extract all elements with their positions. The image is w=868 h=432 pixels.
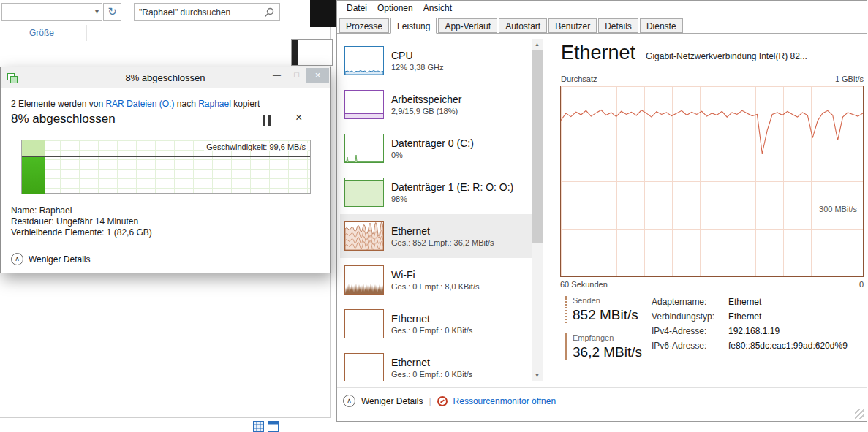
copy-speed-chart: Geschwindigkeit: 99,6 MB/s [21,140,311,194]
throughput-label: Durchsatz [561,75,597,83]
sidebar-item-subtitle: Ges.: 0 Empf.: 0 KBit/s [391,369,472,379]
property-row: Verbindungstyp: Ethernet [652,311,848,322]
tab-leistung[interactable]: Leistung [390,18,437,34]
minimize-button[interactable]: — [267,68,287,83]
send-stat: Senden 852 MBit/s [565,296,638,323]
address-combo-input[interactable] [4,5,88,19]
tab-prozesse[interactable]: Prozesse [339,18,389,33]
divider [1,246,330,246]
resource-monitor-link[interactable]: Ressourcenmonitor öffnen [453,396,556,406]
maximize-button[interactable]: □ [287,68,306,83]
sidebar-item-title: CPU [391,50,444,62]
sidebar-item-arbeitsspeicher[interactable]: Arbeitsspeicher 2,9/15,9 GB (18%) [340,83,532,126]
sidebar-item-ethernet-3[interactable]: Ethernet Ges.: 0 Empf.: 0 KBit/s [340,346,532,381]
resize-grip[interactable] [855,409,864,419]
tab-app-verlauf[interactable]: App-Verlauf [438,18,497,33]
network-throughput-chart: 300 MBit/s [560,86,864,277]
chevron-up-icon[interactable]: ∧ [343,395,355,407]
copy-details-toggle-label[interactable]: Weniger Details [29,254,90,265]
details-toggle-label[interactable]: Weniger Details [361,396,423,406]
taskbar-grid-icon[interactable] [253,421,264,432]
refresh-button[interactable]: ↻ [103,3,121,21]
cancel-button[interactable]: × [295,111,302,124]
sidebar-item-title: Datenträger 1 (E: R: O: O:) [391,181,513,194]
chart-x-axis-labels: 60 Sekunden 0 [560,280,864,289]
send-value: 852 MBit/s [573,307,638,323]
sidebar-item-subtitle: 98% [391,194,513,204]
menu-datei[interactable]: Datei [341,3,372,13]
sidebar-item-subtitle: Ges.: 852 Empf.: 36,2 MBit/s [391,238,494,248]
throughput-scale-row: Durchsatz 1 GBit/s [561,75,864,83]
sidebar-item-subtitle: 12% 3,38 GHz [391,62,444,72]
menu-ansicht[interactable]: Ansicht [418,3,457,13]
chevron-up-icon[interactable]: ∧ [11,253,23,265]
sidebar-item-wifi[interactable]: Wi-Fi Ges.: 0 Empf.: 8,0 KBit/s [340,258,532,302]
wifi-thumbnail-chart [344,265,384,295]
tab-details[interactable]: Details [598,18,638,33]
chevron-down-icon[interactable]: ▾ [95,7,99,15]
sidebar-item-title: Ethernet [391,313,472,325]
menu-optionen[interactable]: Optionen [372,3,418,13]
sidebar-item-subtitle: 0% [391,150,474,160]
address-combo[interactable]: ▾ [1,3,102,21]
background-window-fragment [291,39,333,66]
resource-monitor-icon[interactable] [437,396,448,406]
property-label: Verbindungstyp: [652,311,728,322]
background-window-fragment [292,40,298,65]
detail-subtitle: Gigabit-Netzwerkverbindung Intel(R) 82..… [646,51,865,61]
receive-stat: Empfangen 36,2 MBit/s [565,333,642,360]
sidebar-item-cpu[interactable]: CPU 12% 3,38 GHz [340,39,532,83]
copy-progress-fill-top [22,140,45,156]
cpu-thumbnail-chart [344,46,384,75]
scale-top-label: 1 GBit/s [835,75,864,83]
x-axis-right-label: 0 [859,280,864,289]
detail-header: Ethernet Gigabit-Netzwerkverbindung Inte… [561,42,865,64]
sidebar-scrollbar[interactable]: ▲ ▼ [532,39,543,381]
scroll-down-icon[interactable]: ▼ [532,370,543,381]
copy-files-icon [7,72,18,84]
sidebar-item-datentraeger-1[interactable]: Datenträger 1 (E: R: O: O:) 98% [340,170,532,214]
size-column-header[interactable]: Größe [29,28,54,38]
property-value: Ethernet [728,311,761,322]
property-label: Adaptername: [652,297,728,307]
sidebar-item-ethernet-active[interactable]: Ethernet Ges.: 852 Empf.: 36,2 MBit/s [340,214,532,258]
scale-mid-label: 300 MBit/s [818,205,858,213]
close-button[interactable]: × [306,68,329,83]
sidebar-item-ethernet-2[interactable]: Ethernet Ges.: 0 Empf.: 0 KBit/s [340,302,532,346]
property-label: IPv6-Adresse: [652,341,728,351]
column-divider [86,25,87,41]
search-icon [263,7,275,18]
scroll-up-icon[interactable]: ▲ [532,39,543,50]
tab-autostart[interactable]: Autostart [499,18,547,33]
receive-value: 36,2 MBit/s [573,344,642,360]
copy-speed-label: Geschwindigkeit: 99,6 MB/s [204,143,308,151]
detail-title: Ethernet [561,42,635,64]
search-box[interactable] [134,3,280,21]
property-value: 192.168.1.19 [728,326,780,336]
scrollbar-thumb[interactable] [532,50,543,243]
memory-thumbnail-chart [344,90,384,119]
pause-button[interactable] [263,115,280,127]
tab-benutzer[interactable]: Benutzer [548,18,597,33]
ethernet2-thumbnail-chart [344,309,384,338]
copy-name-line: Name: Raphael [11,205,152,216]
copy-dialog-titlebar[interactable]: 8% abgeschlossen — □ × [1,67,330,88]
sidebar-item-title: Arbeitsspeicher [391,94,462,106]
ethernet-thumbnail-chart [344,221,384,251]
ethernet3-thumbnail-chart [344,353,384,381]
copy-source-link[interactable]: RAR Dateien (O:) [105,99,174,109]
copy-chart-axis-line [22,156,310,157]
copy-destination-link[interactable]: Raphael [198,99,231,109]
copy-dialog: 8% abgeschlossen — □ × 2 Elemente werden… [0,67,331,273]
screen: ▾ ↻ Größe 8% abgeschlossen — □ × [0,0,868,432]
sidebar-item-datentraeger-0[interactable]: Datenträger 0 (C:) 0% [340,126,532,170]
copy-status-middle: nach [174,99,198,109]
tab-dienste[interactable]: Dienste [640,18,683,33]
copy-details-toggle[interactable]: ∧ Weniger Details [11,253,90,265]
menubar: Datei Optionen Ansicht [341,3,457,13]
copy-progress-heading: 8% abgeschlossen [11,112,116,126]
taskbar-window-icon[interactable] [268,421,279,432]
search-input[interactable] [139,5,256,19]
property-value: Ethernet [728,297,761,307]
property-value: fe80::85dc:eac1:99ad:620d%9 [728,341,848,351]
